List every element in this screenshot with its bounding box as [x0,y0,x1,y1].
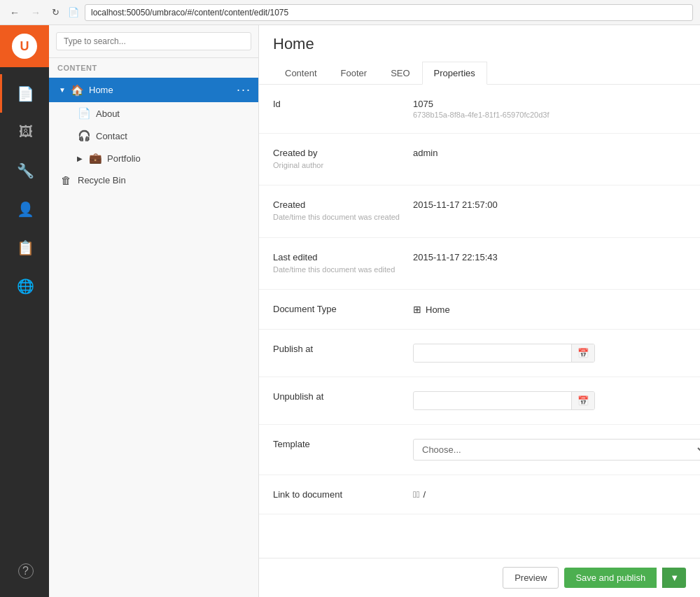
unpublish-at-input-wrapper: 📅 [413,391,595,410]
browser-bar: ← → ↻ 📄 [0,0,700,25]
tab-seo[interactable]: SEO [379,62,421,85]
back-button[interactable]: ← [7,6,22,20]
forms-icon: 📋 [17,239,34,256]
tree-item-home[interactable]: ▼ 🏠 Home ··· [49,78,258,102]
portfolio-icon: 💼 [88,152,102,164]
tree-more-home[interactable]: ··· [237,83,251,97]
tree-sidebar: CONTENT ▼ 🏠 Home ··· 📄 About 🎧 Contact ▶ [49,25,259,597]
publish-at-calendar-button[interactable]: 📅 [571,344,594,362]
last-edited-sublabel: Date/time this document was edited [273,265,413,275]
property-row-created-by: Created by Original author admin [259,134,700,185]
link-path: / [424,489,426,500]
created-by-label: Created by [273,148,413,158]
created-by-value: admin [413,148,686,158]
icon-sidebar: U 📄 🖼 🔧 👤 📋 🌐 ? [0,25,49,597]
property-row-created: Created Date/time this document was crea… [259,185,700,237]
main-header: Home Content Footer SEO Properties [259,25,700,85]
link-to-document-value: ↗⃣ / [413,489,686,500]
link-to-document-label: Link to document [273,489,413,500]
property-row-unpublish-at: Unpublish at 📅 [259,377,700,425]
id-value: 1075 [413,99,686,109]
tree-items: ▼ 🏠 Home ··· 📄 About 🎧 Contact ▶ 💼 Portf… [49,78,258,597]
tree-item-about-label: About [96,108,120,119]
tab-properties[interactable]: Properties [422,62,487,85]
tree-item-recycle-bin-label: Recycle Bin [78,175,126,185]
last-edited-label: Last edited [273,252,413,262]
property-row-id: Id 1075 6738b15a-8f8a-4fe1-81f1-65970fc2… [259,85,700,134]
recycle-bin-icon: 🗑 [59,174,73,186]
tree-item-contact[interactable]: 🎧 Contact [49,125,258,147]
save-and-publish-button[interactable]: Save and publish [564,568,657,588]
id-guid: 6738b15a-8f8a-4fe1-81f1-65970fc20d3f [413,111,686,119]
tree-item-portfolio[interactable]: ▶ 💼 Portfolio [49,147,258,169]
properties-content: Id 1075 6738b15a-8f8a-4fe1-81f1-65970fc2… [259,85,700,558]
sidebar-bottom: ? [0,555,49,597]
external-link-icon: ↗⃣ [413,489,420,500]
tree-item-recycle-bin[interactable]: 🗑 Recycle Bin [49,169,258,191]
tab-footer[interactable]: Footer [329,62,379,85]
main-content: Home Content Footer SEO Properties Id 10… [259,25,700,597]
tab-content[interactable]: Content [273,62,329,85]
translation-icon: 🌐 [17,278,34,295]
sidebar-item-media[interactable]: 🖼 [0,113,49,151]
page-icon: 📄 [68,7,79,17]
created-sublabel: Date/time this document was created [273,212,413,223]
about-icon: 📄 [77,107,91,120]
property-row-publish-at: Publish at 📅 [259,330,700,377]
unpublish-at-calendar-button[interactable]: 📅 [571,392,594,409]
sidebar-item-translation[interactable]: 🌐 [0,267,49,305]
publish-at-input[interactable] [414,345,571,362]
users-icon: 👤 [17,201,34,218]
preview-button[interactable]: Preview [503,567,559,589]
created-value: 2015-11-17 21:57:00 [413,199,686,210]
contact-icon: 🎧 [77,129,91,142]
footer-bar: Preview Save and publish ▼ [259,558,700,597]
chevron-down-icon: ▼ [670,573,679,583]
id-label: Id [273,99,413,109]
tabs: Content Footer SEO Properties [273,62,686,84]
property-row-document-type: Document Type ⊞ Home [259,290,700,330]
template-label: Template [273,439,413,449]
content-icon: 📄 [17,85,34,102]
document-type-icon: ⊞ [413,304,421,315]
tree-item-contact-label: Contact [96,131,127,141]
logo-button[interactable]: U [0,25,49,67]
created-by-sublabel: Original author [273,160,413,171]
unpublish-at-label: Unpublish at [273,391,413,402]
publish-at-input-wrapper: 📅 [413,344,595,363]
property-row-template: Template Choose... Home About Contact [259,425,700,475]
search-input[interactable] [56,32,251,50]
sidebar-item-forms[interactable]: 📋 [0,228,49,267]
document-type-label: Document Type [273,304,413,314]
document-type-value: ⊞ Home [413,304,686,315]
created-label: Created [273,199,413,210]
sidebar-item-help[interactable]: ? [0,555,49,587]
help-icon: ? [18,563,34,579]
property-row-last-edited: Last edited Date/time this document was … [259,238,700,290]
template-select[interactable]: Choose... Home About Contact [413,439,700,461]
save-publish-dropdown-button[interactable]: ▼ [662,568,686,588]
property-row-link-to-document: Link to document ↗⃣ / [259,475,700,514]
app-layout: U 📄 🖼 🔧 👤 📋 🌐 ? [0,25,700,597]
home-icon: 🏠 [70,84,84,97]
sidebar-item-users[interactable]: 👤 [0,190,49,228]
tree-section-label: CONTENT [49,58,258,78]
document-type-text: Home [426,304,450,315]
refresh-button[interactable]: ↻ [49,6,62,19]
media-icon: 🖼 [19,124,33,140]
tree-item-about[interactable]: 📄 About [49,102,258,125]
address-bar[interactable] [85,4,693,21]
tree-item-portfolio-label: Portfolio [107,153,141,164]
unpublish-at-input[interactable] [414,393,571,409]
tree-item-home-label: Home [89,85,113,95]
sidebar-item-content[interactable]: 📄 [0,74,49,113]
publish-at-label: Publish at [273,344,413,354]
sidebar-items: 📄 🖼 🔧 👤 📋 🌐 [0,67,49,555]
last-edited-value: 2015-11-17 22:15:43 [413,252,686,262]
sidebar-item-settings[interactable]: 🔧 [0,151,49,190]
page-title: Home [273,35,686,53]
settings-icon: 🔧 [17,162,34,179]
tree-search-area [49,25,258,58]
tree-arrow-home: ▼ [59,86,67,94]
forward-button[interactable]: → [28,6,43,20]
